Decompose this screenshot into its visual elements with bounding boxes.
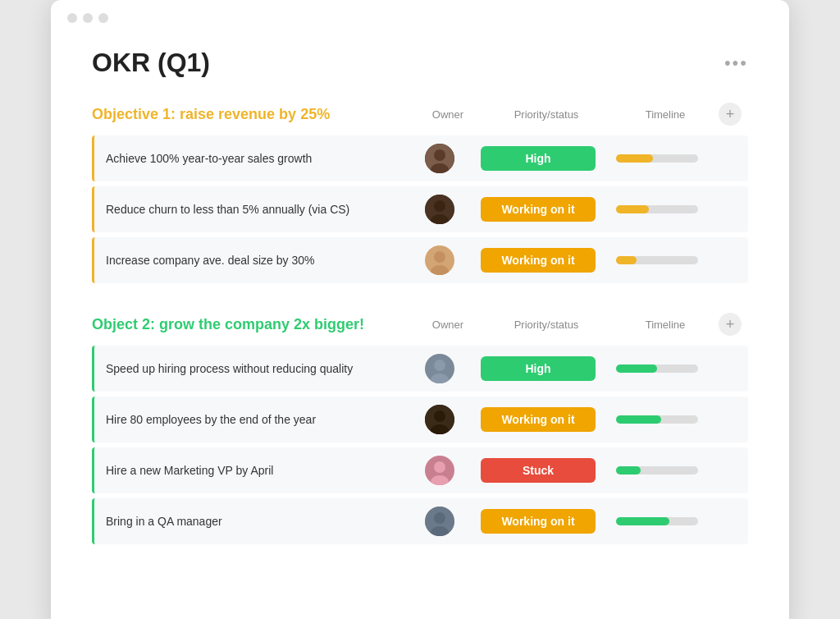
task-label-2-3: Hire a new Marketing VP by April bbox=[106, 464, 407, 477]
col-status-label-1: Priority/status bbox=[481, 108, 612, 121]
owner-avatar-cell-1-1 bbox=[407, 144, 472, 173]
status-badge-1-1: High bbox=[481, 146, 596, 171]
avatar-2-2 bbox=[425, 405, 454, 434]
svg-point-10 bbox=[434, 360, 445, 371]
task-label-1-1: Achieve 100% year-to-year sales growth bbox=[106, 152, 407, 165]
owner-avatar-cell-1-3 bbox=[407, 245, 472, 275]
timeline-bar-2-2 bbox=[616, 415, 698, 424]
status-cell-1-1: High bbox=[472, 146, 604, 171]
timeline-fill-2-3 bbox=[616, 466, 641, 475]
svg-point-16 bbox=[434, 461, 445, 473]
task-row-2-3: Hire a new Marketing VP by April Stuck bbox=[92, 447, 748, 493]
status-badge-1-2: Working on it bbox=[481, 197, 596, 222]
page-title: OKR (Q1) bbox=[92, 48, 210, 78]
avatar-1-2 bbox=[425, 195, 454, 224]
timeline-bar-1-1 bbox=[616, 154, 698, 163]
svg-point-13 bbox=[434, 410, 445, 422]
owner-avatar-cell-2-3 bbox=[407, 456, 472, 485]
owner-avatar-cell-2-1 bbox=[407, 354, 472, 383]
col-owner-label-2: Owner bbox=[415, 319, 481, 331]
page-header: OKR (Q1) ••• bbox=[92, 48, 748, 78]
status-badge-2-3: Stuck bbox=[481, 458, 596, 483]
task-row-1-1: Achieve 100% year-to-year sales growth H… bbox=[92, 135, 748, 181]
status-cell-2-4: Working on it bbox=[472, 509, 604, 534]
avatar-2-3 bbox=[425, 456, 454, 485]
timeline-cell-2-3 bbox=[604, 466, 710, 475]
status-cell-2-3: Stuck bbox=[472, 458, 604, 483]
page-content: OKR (Q1) ••• Objective 1: raise revenue … bbox=[51, 31, 789, 598]
col-timeline-label-2: Timeline bbox=[612, 319, 719, 331]
timeline-cell-2-4 bbox=[604, 517, 710, 525]
status-badge-2-2: Working on it bbox=[481, 407, 596, 432]
objective-header-2: Object 2: grow the company 2x bigger!Own… bbox=[92, 313, 748, 336]
status-badge-2-1: High bbox=[481, 356, 596, 381]
objective-section-2: Object 2: grow the company 2x bigger!Own… bbox=[92, 313, 748, 544]
objectives-container: Objective 1: raise revenue by 25%OwnerPr… bbox=[92, 103, 748, 544]
col-timeline-label-1: Timeline bbox=[612, 108, 719, 121]
status-cell-2-2: Working on it bbox=[472, 407, 604, 432]
svg-point-7 bbox=[434, 251, 445, 263]
window-chrome bbox=[51, 0, 789, 31]
task-row-2-1: Speed up hiring process without reducing… bbox=[92, 346, 748, 392]
avatar-2-4 bbox=[425, 507, 454, 536]
timeline-bar-2-1 bbox=[616, 365, 698, 373]
task-row-1-3: Increase company ave. deal size by 30% W… bbox=[92, 237, 748, 283]
window-dot-2 bbox=[83, 13, 93, 23]
task-row-1-2: Reduce churn to less than 5% annually (v… bbox=[92, 186, 748, 232]
timeline-cell-1-3 bbox=[604, 256, 710, 264]
owner-avatar-cell-2-4 bbox=[407, 507, 472, 536]
timeline-fill-1-2 bbox=[616, 205, 649, 213]
timeline-fill-2-1 bbox=[616, 365, 657, 373]
timeline-fill-1-1 bbox=[616, 154, 653, 163]
timeline-fill-2-4 bbox=[616, 517, 669, 525]
objective-title-2: Object 2: grow the company 2x bigger! bbox=[92, 316, 415, 333]
status-cell-1-2: Working on it bbox=[472, 197, 604, 222]
status-badge-2-4: Working on it bbox=[481, 509, 596, 534]
task-label-1-3: Increase company ave. deal size by 30% bbox=[106, 254, 407, 267]
task-label-2-4: Bring in a QA manager bbox=[106, 515, 407, 528]
window-dot-1 bbox=[67, 13, 77, 23]
avatar-1-3 bbox=[425, 245, 454, 275]
owner-avatar-cell-2-2 bbox=[407, 405, 472, 434]
avatar-2-1 bbox=[425, 354, 454, 383]
avatar-1-1 bbox=[425, 144, 454, 173]
svg-point-19 bbox=[434, 512, 445, 524]
svg-point-1 bbox=[434, 149, 445, 161]
add-task-button-1[interactable]: + bbox=[719, 103, 742, 126]
timeline-bar-1-3 bbox=[616, 256, 698, 264]
timeline-cell-1-2 bbox=[604, 205, 710, 213]
task-label-1-2: Reduce churn to less than 5% annually (v… bbox=[106, 203, 407, 216]
task-label-2-1: Speed up hiring process without reducing… bbox=[106, 362, 407, 375]
timeline-cell-2-1 bbox=[604, 365, 710, 373]
timeline-bar-2-3 bbox=[616, 466, 698, 475]
window-dot-3 bbox=[98, 13, 108, 23]
task-label-2-2: Hire 80 employees by the end of the year bbox=[106, 413, 407, 426]
status-badge-1-3: Working on it bbox=[481, 248, 596, 273]
owner-avatar-cell-1-2 bbox=[407, 195, 472, 224]
col-owner-label-1: Owner bbox=[415, 108, 481, 121]
main-window: OKR (Q1) ••• Objective 1: raise revenue … bbox=[51, 0, 789, 619]
timeline-cell-1-1 bbox=[604, 154, 710, 163]
col-status-label-2: Priority/status bbox=[481, 319, 612, 331]
objective-section-1: Objective 1: raise revenue by 25%OwnerPr… bbox=[92, 103, 748, 283]
timeline-fill-1-3 bbox=[616, 256, 637, 264]
add-task-button-2[interactable]: + bbox=[719, 313, 742, 336]
timeline-fill-2-2 bbox=[616, 415, 661, 424]
objective-title-1: Objective 1: raise revenue by 25% bbox=[92, 106, 415, 123]
objective-header-1: Objective 1: raise revenue by 25%OwnerPr… bbox=[92, 103, 748, 126]
status-cell-2-1: High bbox=[472, 356, 604, 381]
timeline-bar-1-2 bbox=[616, 205, 698, 213]
task-row-2-4: Bring in a QA manager Working on it bbox=[92, 498, 748, 544]
timeline-bar-2-4 bbox=[616, 517, 698, 525]
timeline-cell-2-2 bbox=[604, 415, 710, 424]
svg-point-4 bbox=[434, 200, 445, 212]
status-cell-1-3: Working on it bbox=[472, 248, 604, 273]
task-row-2-2: Hire 80 employees by the end of the year… bbox=[92, 397, 748, 442]
more-options-button[interactable]: ••• bbox=[724, 53, 748, 74]
